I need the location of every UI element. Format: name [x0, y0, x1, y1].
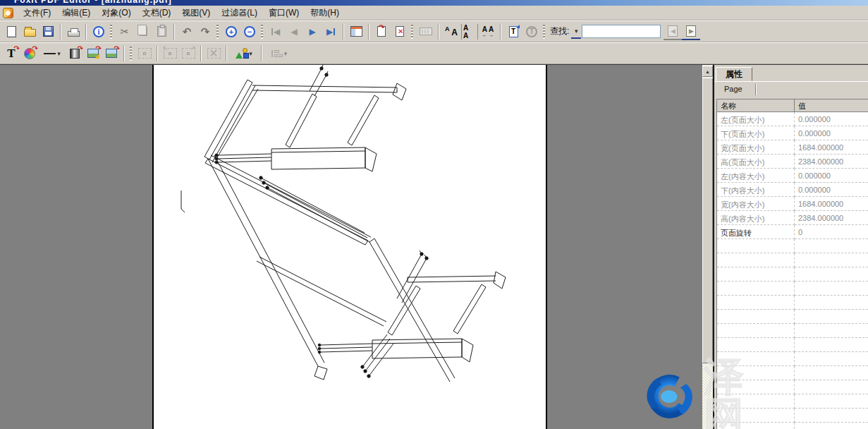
find-input[interactable] — [582, 25, 661, 38]
prop-row-empty[interactable] — [717, 338, 868, 352]
text-tool-button[interactable]: T — [522, 23, 541, 40]
prop-row-empty[interactable] — [717, 310, 868, 324]
document-canvas[interactable] — [0, 64, 702, 429]
font-size-button[interactable]: A A — [460, 23, 479, 40]
menu-view[interactable]: 视图(V) — [176, 6, 216, 20]
prop-row[interactable]: 左(内容大小)0.000000 — [717, 169, 868, 183]
toolbar-gripper[interactable] — [216, 25, 219, 39]
toolbar-gripper[interactable] — [110, 25, 112, 39]
first-page-icon: ◀ — [271, 27, 280, 37]
char-spacing-button[interactable]: A A← → — [479, 23, 497, 40]
add-text-button[interactable]: T↷ — [2, 44, 20, 62]
toolbar-gripper[interactable] — [411, 25, 413, 39]
add-image-button[interactable]: ↷ — [102, 44, 121, 62]
prop-row[interactable]: 下(内容大小)0.000000 — [717, 183, 868, 197]
menu-document[interactable]: 文档(D) — [137, 6, 177, 20]
insert-shapes-button[interactable]: ▾ — [230, 44, 258, 62]
tab-page[interactable]: Page — [717, 83, 750, 96]
next-page-button[interactable]: ▶ — [303, 23, 322, 40]
menu-edit[interactable]: 编辑(E) — [56, 6, 96, 20]
menu-help[interactable]: 帮助(H) — [305, 6, 345, 20]
add-text-object-button[interactable]: T — [504, 23, 522, 40]
toolbar-gripper[interactable] — [543, 25, 545, 39]
edit-image-button[interactable]: ↷ — [84, 44, 102, 62]
pdf-page[interactable] — [152, 65, 547, 429]
prop-row[interactable]: 左(页面大小)0.000000 — [717, 112, 868, 126]
cut-button[interactable]: ✂ — [116, 23, 134, 40]
group-out-button[interactable]: ↗ — [179, 44, 197, 62]
previous-page-button[interactable]: ◀ — [285, 23, 303, 40]
prop-row-empty[interactable] — [717, 394, 868, 409]
line-dropdown-icon[interactable]: ▾ — [57, 50, 61, 57]
document-info-button[interactable]: i — [90, 23, 108, 40]
open-button[interactable] — [20, 23, 39, 40]
new-document-button[interactable] — [2, 23, 20, 40]
align-dropdown-icon[interactable]: ▾ — [284, 50, 288, 57]
menu-window[interactable]: 窗口(W) — [263, 6, 305, 20]
prop-row-empty[interactable] — [717, 423, 868, 429]
prop-row-empty[interactable] — [717, 267, 868, 282]
prop-row-empty[interactable] — [717, 296, 868, 310]
scroll-up-icon: ▲ — [705, 69, 710, 74]
scrollbar-thumb[interactable] — [702, 78, 713, 363]
tab-divider — [755, 84, 757, 95]
align-icon — [271, 50, 283, 57]
find-next-button[interactable]: ▶ — [682, 23, 700, 40]
column-header-name[interactable]: 名称 — [717, 99, 795, 112]
keyboard-button[interactable] — [417, 23, 435, 40]
line-icon — [44, 53, 56, 54]
save-floppy-icon — [43, 26, 54, 37]
last-page-button[interactable]: ▶ — [322, 23, 340, 40]
page-layout-button[interactable] — [347, 23, 365, 40]
prop-row[interactable]: 页面旋转0 — [717, 225, 868, 239]
scroll-up-button[interactable]: ▲ — [702, 66, 713, 77]
prop-row[interactable]: 宽(内容大小)1684.000000 — [717, 197, 868, 211]
toolbar-gripper[interactable] — [261, 25, 263, 39]
add-shading-button[interactable]: ↷ — [20, 44, 39, 62]
paste-button[interactable] — [152, 23, 171, 40]
shapes-dropdown-icon[interactable]: ▾ — [249, 50, 252, 57]
redo-button[interactable]: ↷ — [196, 23, 214, 40]
column-header-value[interactable]: 值 — [795, 99, 868, 112]
group-in-button[interactable]: ↖ — [161, 44, 179, 62]
prop-row-empty[interactable] — [717, 380, 868, 394]
modify-arrow-icon: ↷ — [96, 45, 102, 52]
cut-icon: ✂ — [121, 26, 130, 37]
prop-row[interactable]: 高(内容大小)2384.000000 — [717, 211, 868, 225]
prop-row[interactable]: 下(页面大小)0.000000 — [717, 126, 868, 140]
save-button[interactable] — [39, 23, 57, 40]
rotate-page-button[interactable]: ↷ — [372, 23, 391, 40]
vertical-scrollbar[interactable]: ▲ — [702, 64, 713, 429]
delete-page-button[interactable]: ✕ — [391, 23, 409, 40]
prop-row-empty[interactable] — [717, 282, 868, 296]
copy-button[interactable] — [134, 23, 152, 40]
prop-row-empty[interactable] — [717, 239, 868, 253]
menu-file[interactable]: 文件(F) — [18, 6, 56, 20]
prop-row-empty[interactable] — [717, 409, 868, 423]
undo-button[interactable]: ↶ — [178, 23, 196, 40]
prop-row-empty[interactable] — [717, 324, 868, 338]
print-button[interactable] — [64, 23, 82, 40]
find-previous-button[interactable]: ◀ — [664, 23, 682, 40]
prop-row-empty[interactable] — [717, 352, 868, 366]
zoom-in-button[interactable]: + — [222, 23, 240, 40]
add-gradient-button[interactable]: ↷ — [66, 44, 84, 62]
font-style-button[interactable]: AA — [442, 23, 460, 40]
panel-title-tab[interactable]: 属性 — [716, 67, 752, 81]
edit-object-button[interactable] — [135, 44, 154, 62]
document-app-icon[interactable] — [3, 8, 13, 18]
prop-row[interactable]: 高(页面大小)2384.000000 — [717, 155, 868, 169]
first-page-button[interactable]: ◀ — [267, 23, 285, 40]
menu-filter[interactable]: 过滤器(L) — [216, 6, 263, 20]
toolbar-gripper[interactable] — [130, 47, 132, 61]
prop-row-empty[interactable] — [717, 366, 868, 380]
zoom-out-button[interactable]: − — [240, 23, 259, 40]
delete-object-button[interactable]: ✕ — [204, 44, 223, 62]
prop-row-empty[interactable] — [717, 253, 868, 267]
align-button[interactable]: ▾ — [265, 44, 293, 62]
separator — [438, 24, 439, 40]
menu-object[interactable]: 对象(O) — [96, 6, 136, 20]
prop-row[interactable]: 宽(页面大小)1684.000000 — [717, 140, 868, 155]
add-line-button[interactable]: ▾ — [39, 44, 66, 62]
find-options-dropdown[interactable]: ▾ — [571, 25, 581, 39]
